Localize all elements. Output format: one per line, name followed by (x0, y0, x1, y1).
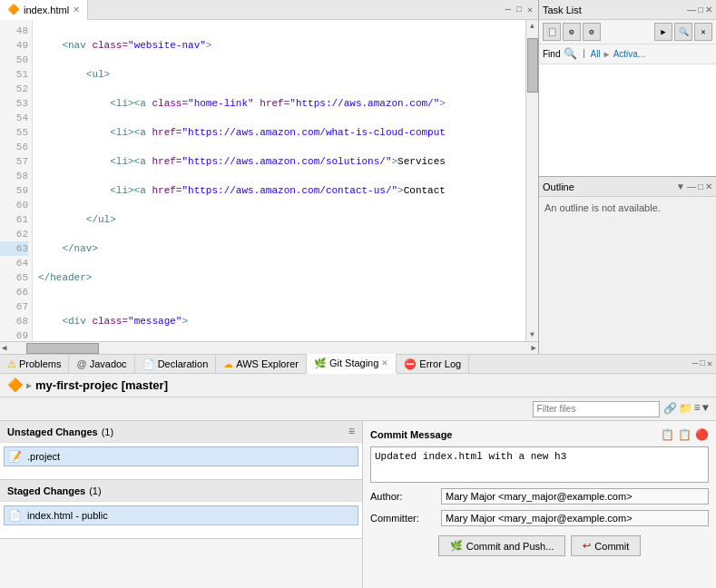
editor-panel: 🔶 index.html ✕ — □ ✕ 4849505152 53545556… (0, 0, 539, 354)
file-icon: 🔶 (7, 4, 20, 15)
maximize-task[interactable]: □ (698, 5, 703, 15)
outline-body: An outline is not available. (539, 197, 716, 354)
problems-icon: ⚠ (7, 358, 16, 370)
task-filter-all[interactable]: All (590, 49, 600, 59)
bottom-close[interactable]: ✕ (707, 358, 712, 369)
git-file-icon: 📝 (8, 450, 22, 463)
tab-aws-explorer[interactable]: ☁ AWS Explorer (216, 354, 307, 374)
bottom-maximize[interactable]: □ (700, 358, 705, 369)
editor-tab-index-html[interactable]: 🔶 index.html ✕ (0, 0, 88, 20)
git-staged-file-icon: 📄 (8, 509, 22, 522)
task-filter-sep: ▶ (604, 49, 610, 60)
git-header-title: my-first-projec [master] (35, 378, 168, 392)
task-filter-icon: 🔍 (564, 47, 577, 61)
git-staged-title: Staged Changes (7, 485, 85, 496)
scroll-thumb-h[interactable] (26, 343, 99, 354)
scroll-right[interactable]: ▶ (530, 343, 538, 353)
task-icon-5[interactable]: 🔍 (674, 23, 692, 41)
horizontal-scrollbar[interactable]: ◀ ▶ (0, 341, 538, 354)
close-btn[interactable]: ✕ (525, 5, 535, 15)
git-unstaged-file[interactable]: 📝 .project (4, 446, 358, 466)
commit-message-label: Commit Message 📋 📋 🔴 (370, 428, 709, 441)
editor-tab-title: index.html (24, 5, 69, 15)
git-filter-input[interactable] (533, 401, 660, 417)
code-line: <ul> (38, 67, 520, 82)
commit-message-input[interactable] (370, 446, 709, 483)
bottom-minimize[interactable]: — (692, 358, 698, 369)
git-header-arrow: ▶ (26, 380, 32, 391)
tab-error-log[interactable]: ⛔ Error Log (397, 354, 469, 374)
task-filter-active[interactable]: Activa... (613, 49, 646, 59)
code-line: </header> (38, 270, 520, 285)
minimize-task[interactable]: — (687, 5, 696, 15)
outline-close[interactable]: ✕ (705, 181, 712, 191)
maximize-btn[interactable]: □ (515, 5, 524, 15)
task-icon-3[interactable]: ⚙ (583, 23, 601, 41)
git-staged-header: Staged Changes (1) (0, 480, 362, 502)
commit-msg-icon-3[interactable]: 🔴 (695, 428, 709, 441)
git-header-icon: 🔶 (7, 377, 23, 393)
git-staged-file[interactable]: 📄 index.html - public (4, 505, 358, 525)
scroll-left[interactable]: ◀ (0, 343, 8, 353)
git-body: Unstaged Changes (1) ≡ 📝 .project Sta (0, 421, 716, 588)
bottom-tabs-bar: ⚠ Problems @ Javadoc 📄 Declaration ☁ AWS… (0, 354, 716, 374)
declaration-label: Declaration (158, 358, 209, 369)
commit-msg-icon-2[interactable]: 📋 (678, 428, 691, 441)
git-left-pane: Unstaged Changes (1) ≡ 📝 .project Sta (0, 421, 363, 588)
tab-declaration[interactable]: 📄 Declaration (135, 354, 217, 374)
git-right-pane: Commit Message 📋 📋 🔴 Author: Mary Major … (363, 421, 716, 588)
code-line: <nav class="website-nav"> (38, 38, 520, 53)
code-lines[interactable]: <nav class="website-nav"> <ul> <li><a cl… (33, 20, 525, 341)
commit-and-push-button[interactable]: 🌿 Commit and Push... (438, 535, 566, 556)
javadoc-label: Javadoc (90, 358, 127, 369)
committer-field: Committer: Mary Major <mary_major@exampl… (370, 510, 709, 526)
code-line: <li><a href="https://aws.amazon.com/solu… (38, 154, 520, 169)
git-filter-icon-chevron[interactable]: ▼ (702, 402, 709, 416)
outline-tab-bar: Outline ▼ — □ ✕ (539, 177, 716, 197)
scroll-up[interactable]: ▲ (526, 20, 538, 33)
git-staging-icon: 🌿 (314, 358, 327, 369)
author-field: Author: Mary Major <mary_major@example.c… (370, 488, 709, 505)
outline-minimize[interactable]: — (687, 181, 696, 191)
commit-label: Commit (594, 541, 629, 552)
git-header: 🔶 ▶ my-first-projec [master] (0, 374, 716, 397)
outline-tab-label[interactable]: Outline (543, 181, 574, 192)
git-unstaged-sort[interactable]: ≡ (348, 426, 355, 438)
javadoc-icon: @ (76, 358, 86, 369)
outline-chevron[interactable]: ▼ (676, 181, 685, 191)
task-list-tab-label[interactable]: Task List (543, 5, 582, 15)
scroll-down[interactable]: ▼ (526, 328, 538, 341)
tab-problems[interactable]: ⚠ Problems (0, 354, 69, 374)
scroll-thumb[interactable] (527, 38, 538, 93)
committer-label: Committer: (370, 513, 434, 524)
code-line: <div class="message"> (38, 314, 520, 328)
git-filter-icon-folder[interactable]: 📁 (679, 402, 692, 416)
author-label: Author: (370, 491, 434, 502)
git-unstaged-title: Unstaged Changes (7, 426, 98, 437)
close-task[interactable]: ✕ (705, 5, 712, 15)
vertical-scrollbar[interactable]: ▲ ▼ (525, 20, 538, 341)
git-filter-icon-list[interactable]: ≡ (694, 402, 701, 416)
tab-javadoc[interactable]: @ Javadoc (69, 354, 134, 374)
outline-message: An outline is not available. (544, 202, 661, 213)
commit-button[interactable]: ↩ Commit (571, 535, 641, 556)
code-line: </nav> (38, 241, 520, 256)
editor-window-controls: — □ ✕ (504, 5, 538, 15)
error-log-label: Error Log (419, 358, 461, 369)
task-list-controls: — □ ✕ (687, 5, 712, 15)
task-icon-4[interactable]: ▶ (654, 23, 672, 41)
task-icon-2[interactable]: ⚙ (563, 23, 581, 41)
git-staging-close[interactable]: ✕ (381, 358, 388, 368)
code-editor[interactable]: 4849505152 5354555657 5859606162 636465 … (0, 20, 538, 341)
tab-git-staging[interactable]: 🌿 Git Staging ✕ (307, 354, 397, 374)
minimize-btn[interactable]: — (504, 5, 513, 15)
git-unstaged-section: Unstaged Changes (1) ≡ 📝 .project (0, 421, 362, 480)
editor-tab-close[interactable]: ✕ (73, 5, 80, 15)
commit-msg-icon-1[interactable]: 📋 (661, 428, 674, 441)
code-line: <li><a href="https://aws.amazon.com/cont… (38, 183, 520, 198)
git-filter-icon-link[interactable]: 🔗 (663, 402, 677, 416)
task-icon-6[interactable]: ✕ (694, 23, 712, 41)
git-file-name: .project (27, 451, 60, 462)
task-icon-1[interactable]: 📋 (543, 23, 561, 41)
outline-maximize[interactable]: □ (698, 181, 703, 191)
